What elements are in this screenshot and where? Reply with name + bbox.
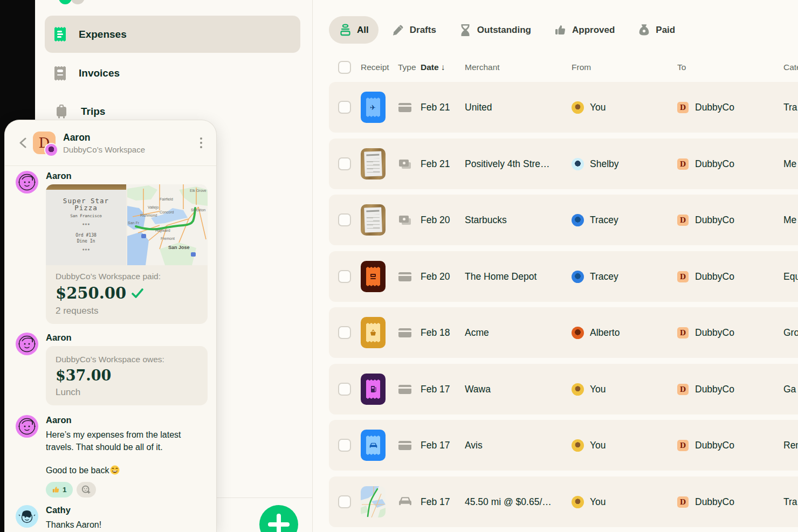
reaction-count: 1 bbox=[63, 486, 67, 494]
row-checkbox[interactable] bbox=[338, 101, 351, 114]
chat-title: Aaron bbox=[63, 132, 145, 143]
svg-text:Stockton: Stockton bbox=[191, 208, 205, 212]
expense-date: Feb 21 bbox=[421, 102, 465, 113]
row-checkbox[interactable] bbox=[338, 495, 351, 508]
shopping-ereceipt-thumbnail[interactable] bbox=[361, 261, 386, 292]
kebab-menu-icon[interactable] bbox=[197, 134, 206, 152]
table-row[interactable]: Feb 20 The Home Depot Tracey DDubbyCo Eq… bbox=[329, 251, 798, 302]
message-text: Good to be back bbox=[46, 464, 208, 476]
expense-merchant: Acme bbox=[465, 327, 572, 338]
expense-date: Feb 20 bbox=[421, 215, 465, 226]
dubbyco-badge: D bbox=[677, 384, 689, 395]
grin-emoji bbox=[110, 465, 120, 475]
message-author: Aaron bbox=[46, 333, 208, 343]
row-checkbox[interactable] bbox=[338, 213, 351, 226]
header-to: To bbox=[677, 63, 783, 72]
from-name: Tracey bbox=[590, 215, 618, 226]
to-name: DubbyCo bbox=[695, 215, 734, 226]
message-text: Thanks Aaron! bbox=[46, 519, 208, 531]
expense-category: Gro bbox=[783, 327, 798, 338]
table-row[interactable]: Feb 21 Positively 4th Stre… Shelby DDubb… bbox=[329, 139, 798, 189]
svg-text:Fremont: Fremont bbox=[161, 237, 175, 240]
tab-label: Drafts bbox=[410, 25, 436, 36]
expense-date: Feb 17 bbox=[421, 384, 465, 395]
header-receipt: Receipt bbox=[361, 63, 386, 72]
invoice-icon bbox=[54, 66, 66, 81]
expense-owes-card[interactable]: DubbyCo’s Workspace owes: $37.00 Lunch bbox=[46, 346, 208, 405]
tab-all[interactable]: All bbox=[329, 16, 379, 44]
header-type: Type bbox=[398, 63, 412, 72]
to-name: DubbyCo bbox=[695, 102, 734, 113]
to-name: DubbyCo bbox=[695, 440, 734, 451]
svg-text:Hayward: Hayward bbox=[155, 229, 170, 233]
row-checkbox[interactable] bbox=[338, 383, 351, 396]
tab-outstanding[interactable]: Outstanding bbox=[449, 16, 541, 44]
expense-merchant: Positively 4th Stre… bbox=[465, 158, 572, 170]
thumbs-up-icon bbox=[554, 23, 567, 37]
header-date-sort[interactable]: Date ↓ bbox=[421, 63, 465, 72]
row-checkbox[interactable] bbox=[338, 326, 351, 339]
svg-text:Elk Grove: Elk Grove bbox=[190, 189, 207, 192]
select-all-checkbox[interactable] bbox=[338, 61, 351, 74]
chat-message: Aaron DubbyCo’s Workspace owes: $37.00 L… bbox=[46, 333, 208, 405]
basket-ereceipt-thumbnail[interactable] bbox=[361, 317, 386, 348]
expense-category: Equ bbox=[783, 271, 798, 282]
table-row[interactable]: Feb 17 Wawa You DDubbyCo Ga bbox=[329, 364, 798, 414]
table-header: Receipt Type Date ↓ Merchant From To Cat… bbox=[329, 57, 798, 78]
sidebar-item-label: Invoices bbox=[79, 67, 120, 79]
map-route-thumbnail[interactable] bbox=[361, 486, 386, 517]
sidebar-item-expenses[interactable]: Expenses bbox=[45, 16, 300, 53]
expense-merchant: The Home Depot bbox=[465, 271, 572, 282]
chat-message: Aaron Here’s my expenses from the latest… bbox=[46, 415, 208, 498]
table-row[interactable]: ✈ Feb 21 United You DDubbyCo Tra bbox=[329, 82, 798, 133]
dubbyco-badge: D bbox=[677, 496, 689, 508]
row-checkbox[interactable] bbox=[338, 157, 351, 170]
sidebar-item-label: Expenses bbox=[79, 29, 127, 40]
row-checkbox[interactable] bbox=[338, 439, 351, 452]
cash-icon bbox=[399, 216, 411, 225]
table-row[interactable]: Feb 18 Acme Alberto DDubbyCo Gro bbox=[329, 307, 798, 358]
row-checkbox[interactable] bbox=[338, 270, 351, 283]
svg-text:✈: ✈ bbox=[370, 103, 376, 112]
expense-description: Lunch bbox=[56, 387, 198, 398]
svg-text:Richmond: Richmond bbox=[140, 213, 157, 217]
to-name: DubbyCo bbox=[695, 384, 734, 395]
from-name: Shelby bbox=[590, 158, 619, 170]
sidebar-item-label: Trips bbox=[81, 106, 105, 118]
table-row[interactable]: Feb 17 Avis You DDubbyCo Ren bbox=[329, 420, 798, 471]
message-author: Cathy bbox=[46, 505, 208, 515]
sidebar-bottom-divider bbox=[217, 498, 313, 498]
table-row[interactable]: Feb 17 45.50 mi @ $0.65/… You DDubbyCo T… bbox=[329, 476, 798, 527]
expense-category: Tra bbox=[783, 496, 798, 508]
photo-receipt-thumbnail[interactable] bbox=[361, 204, 386, 236]
car-icon bbox=[398, 496, 412, 508]
car-ereceipt-thumbnail[interactable] bbox=[361, 430, 386, 461]
money-bag-icon bbox=[637, 23, 651, 37]
expense-category: Me bbox=[783, 215, 798, 226]
create-fab-button[interactable] bbox=[259, 505, 298, 532]
from-name: Tracey bbox=[590, 271, 618, 282]
gas-ereceipt-thumbnail[interactable] bbox=[361, 374, 386, 405]
add-reaction-button[interactable] bbox=[77, 482, 96, 498]
table-row[interactable]: Feb 20 Starbucks Tracey DDubbyCo Me bbox=[329, 195, 798, 245]
from-name: Alberto bbox=[590, 327, 620, 338]
flight-ereceipt-thumbnail[interactable]: ✈ bbox=[361, 92, 386, 123]
from-name: You bbox=[590, 102, 606, 113]
tab-paid[interactable]: Paid bbox=[628, 16, 685, 44]
sidebar-item-invoices[interactable]: Invoices bbox=[45, 58, 300, 88]
svg-text:San Jose: San Jose bbox=[168, 245, 190, 250]
aaron-avatar bbox=[16, 171, 38, 194]
svg-text:San Fr: San Fr bbox=[128, 221, 140, 225]
owes-label: DubbyCo’s Workspace owes: bbox=[56, 355, 198, 364]
expense-report-card[interactable]: Super Star Pizza San Francisco *** Ord #… bbox=[46, 184, 208, 324]
back-button[interactable] bbox=[16, 136, 30, 150]
paid-label: DubbyCo’s Workspace paid: bbox=[56, 272, 198, 281]
tab-label: Approved bbox=[572, 25, 615, 36]
photo-receipt-thumbnail[interactable] bbox=[361, 148, 386, 179]
chat-header: D Aaron DubbyCo’s Workspace bbox=[5, 120, 216, 166]
thumbs-up-emoji-icon bbox=[52, 486, 60, 494]
tab-approved[interactable]: Approved bbox=[544, 16, 624, 44]
tab-drafts[interactable]: Drafts bbox=[382, 16, 446, 44]
svg-text:Concord: Concord bbox=[160, 210, 174, 214]
thumbs-up-reaction[interactable]: 1 bbox=[46, 482, 73, 498]
